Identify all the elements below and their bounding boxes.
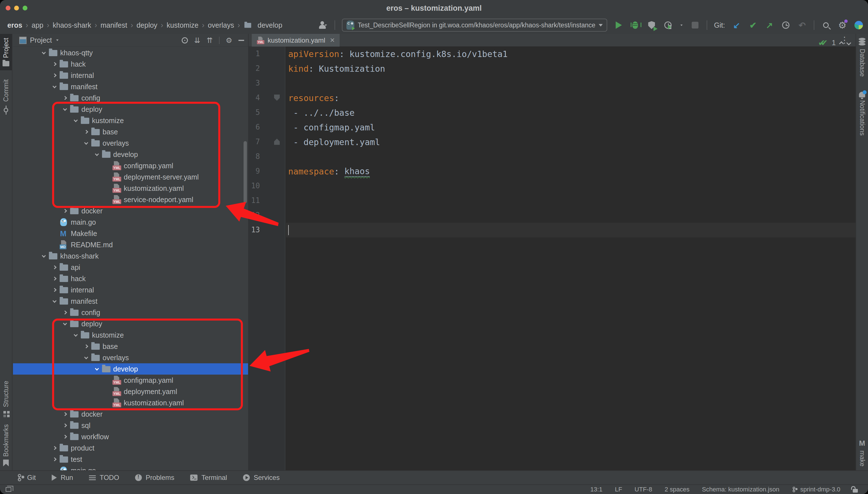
tree-scrollbar[interactable] [243,141,247,203]
sidebar-item-structure[interactable]: Structure [0,377,12,420]
chevron-down-icon[interactable] [60,108,70,111]
tree-row[interactable]: MDREADME.md [13,239,248,250]
fold-marker-icon[interactable] [274,139,280,145]
chevron-right-icon[interactable] [50,74,60,77]
toolwindow-button-services[interactable]: Services [243,474,280,481]
chevron-right-icon[interactable] [50,277,60,280]
chevron-down-icon[interactable] [92,153,102,156]
status-item-13-1[interactable]: 13:1 [590,486,602,493]
status-item-lock[interactable] [853,487,858,493]
tree-row[interactable]: docker [13,205,248,216]
toolwindow-button-problems[interactable]: Problems [135,474,174,481]
chevron-down-icon[interactable] [60,322,70,325]
toolwindow-button-terminal[interactable]: Terminal [190,474,227,481]
tree-row[interactable]: develop [13,363,248,375]
chevron-right-icon[interactable] [50,288,60,291]
sidebar-item-bookmarks[interactable]: Bookmarks [0,420,12,470]
sidebar-item-database[interactable]: Database [856,34,868,80]
chevron-down-icon[interactable] [39,254,49,258]
tree-row[interactable]: internal [13,284,248,296]
user-account-button[interactable] [318,20,328,30]
toolwindow-button-git[interactable]: Git [18,474,36,481]
breadcrumb-item-app[interactable]: app [32,21,43,30]
breadcrumb-item-deploy[interactable]: deploy [137,21,157,30]
chevron-down-icon[interactable] [92,367,102,370]
tree-row[interactable]: YMLkustomization.yaml [13,183,248,194]
tree-row[interactable]: YMLconfigmap.yaml [13,160,248,171]
tree-row[interactable]: manifest [13,296,248,307]
tree-row[interactable]: YMLdeployment.yaml [13,386,248,397]
status-item-utf-8[interactable]: UTF-8 [635,486,652,493]
chevron-right-icon[interactable] [50,266,60,269]
tree-row[interactable]: main.go [13,216,248,228]
profiler-button[interactable] [663,20,673,30]
tree-row[interactable]: YMLconfigmap.yaml [13,375,248,386]
inspection-widget[interactable]: ✔✔ 1 [818,38,850,48]
chevron-right-icon[interactable] [81,345,91,348]
gear-icon[interactable]: ⚙ [226,36,232,44]
breadcrumb-item-develop[interactable]: develop [258,21,283,30]
tab-kustomization-yaml[interactable]: YML kustomization.yaml ✕ [252,34,340,46]
locate-file-icon[interactable] [182,37,188,43]
chevron-down-icon[interactable] [50,300,60,303]
expand-all-icon[interactable]: ⇊ [194,36,200,44]
collapse-all-icon[interactable]: ⇈ [206,36,213,44]
breadcrumb-item-kustomize[interactable]: kustomize [167,21,199,30]
chevron-down-icon[interactable] [81,142,91,145]
status-item-lf[interactable]: LF [615,486,622,493]
chevron-right-icon[interactable] [50,458,60,461]
status-item-schema-kustomization-json[interactable]: Schema: kustomization.json [702,486,779,493]
debug-button[interactable] [630,20,640,30]
tree-row[interactable]: product [13,442,248,454]
git-push-button[interactable]: ↗ [764,20,774,30]
tree-row[interactable]: develop [13,149,248,160]
sidebar-item-make[interactable]: M make [856,435,868,470]
chevron-right-icon[interactable] [81,130,91,133]
tree-row[interactable]: MMakefile [13,228,248,239]
tree-row[interactable]: sql [13,420,248,431]
panel-divider[interactable] [248,34,249,470]
tree-row[interactable]: main.go [13,465,248,470]
tree-row[interactable]: docker [13,408,248,420]
chevron-right-icon[interactable] [60,435,70,438]
chevron-right-icon[interactable] [50,446,60,450]
chevron-down-icon[interactable] [39,51,49,54]
settings-button[interactable]: ⚙ [837,20,847,30]
sidebar-item-project[interactable]: Project [0,34,12,70]
search-everywhere-button[interactable] [821,20,831,30]
chevron-right-icon[interactable] [60,424,70,427]
history-button[interactable] [781,20,791,30]
breadcrumb-item-khaos-shark[interactable]: khaos-shark [53,21,91,30]
tree-row[interactable]: YMLdeployment-server.yaml [13,171,248,183]
run-button[interactable] [614,20,623,30]
chevron-down-icon[interactable] [50,85,60,88]
sidebar-item-notifications[interactable]: Notifications [856,88,868,139]
tree-row[interactable]: overlays [13,352,248,363]
tree-row[interactable]: api [13,262,248,273]
tree-row[interactable]: YMLservice-nodeport.yaml [13,194,248,205]
tree-row[interactable]: config [13,92,248,103]
toolwindow-button-todo[interactable]: TODO [89,474,119,481]
tree-row[interactable]: internal [13,70,248,81]
tree-row[interactable]: deploy [13,318,248,329]
tree-row[interactable]: khaos-shark [13,250,248,262]
breadcrumb-item-eros[interactable]: eros [7,21,22,30]
sidebar-item-commit[interactable]: Commit [0,75,12,116]
git-commit-button[interactable]: ✔ [748,20,758,30]
tree-row[interactable]: test [13,454,248,465]
tree-row[interactable]: khaos-qtty [13,47,248,58]
status-item-sprint-dmp-3-0[interactable]: sprint-dmp-3.0 [792,486,840,493]
tool-window-switcher-icon[interactable] [6,487,11,492]
breadcrumb-item-manifest[interactable]: manifest [101,21,127,30]
next-problem-icon[interactable] [847,40,851,45]
run-configuration-select[interactable]: Test_DescribeSellRegion in git.woa.com/k… [342,19,607,32]
close-icon[interactable]: ✕ [330,37,335,44]
chevron-right-icon[interactable] [60,97,70,99]
tree-row[interactable]: hack [13,58,248,70]
tree-row[interactable]: hack [13,273,248,284]
code-with-me-button[interactable] [854,20,864,30]
chevron-down-icon[interactable] [56,39,58,41]
chevron-right-icon[interactable] [60,413,70,416]
git-update-button[interactable]: ↙ [732,20,741,30]
hide-panel-icon[interactable] [238,40,244,41]
